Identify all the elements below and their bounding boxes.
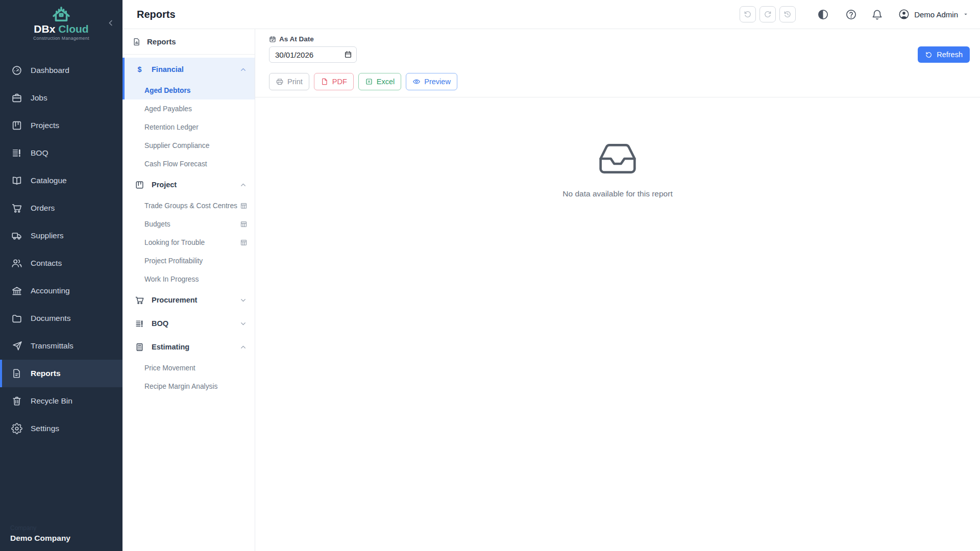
report-item-retention-ledger[interactable]: Retention Ledger xyxy=(122,118,255,136)
as-at-date-field-wrap xyxy=(269,46,357,63)
logo-area: DBx Cloud Construction Management xyxy=(0,0,122,47)
undo-button[interactable] xyxy=(740,6,756,22)
sidebar-item-contacts[interactable]: Contacts xyxy=(0,249,122,277)
report-item-looking-for-trouble[interactable]: Looking for Trouble xyxy=(122,233,255,252)
contrast-toggle-icon[interactable] xyxy=(817,9,829,20)
user-menu[interactable]: Demo Admin xyxy=(898,9,969,20)
pdf-button[interactable]: PDF xyxy=(314,73,354,90)
history-icon xyxy=(783,10,792,18)
chevron-up-icon xyxy=(239,66,247,73)
sidebar-item-dashboard[interactable]: Dashboard xyxy=(0,57,122,84)
topbar-actions: Demo Admin xyxy=(736,6,969,22)
recycle-bin-icon xyxy=(11,395,22,407)
sidebar-item-jobs[interactable]: Jobs xyxy=(0,84,122,112)
sidebar-item-settings[interactable]: Settings xyxy=(0,415,122,442)
section-header-project[interactable]: Project xyxy=(122,173,255,196)
report-sections: $FinancialAged DebtorsAged PayablesReten… xyxy=(122,55,255,395)
contacts-icon xyxy=(11,258,22,269)
sidebar-item-recycle-bin[interactable]: Recycle Bin xyxy=(0,387,122,415)
chevron-down-icon xyxy=(239,320,247,328)
reports-secondary-sidebar: Reports $FinancialAged DebtorsAged Payab… xyxy=(122,29,255,551)
sidebar-item-documents[interactable]: Documents xyxy=(0,305,122,332)
help-icon[interactable] xyxy=(845,9,857,20)
sidebar-item-transmittals[interactable]: Transmittals xyxy=(0,332,122,360)
export-button-row: PrintPDFExcelPreview xyxy=(255,73,980,90)
report-document-icon xyxy=(132,37,141,46)
history-button[interactable] xyxy=(779,6,796,22)
app-window: DBx Cloud Construction Management Dashbo… xyxy=(0,0,980,551)
procurement-icon xyxy=(135,295,144,305)
transmittals-icon xyxy=(11,340,22,352)
chevron-up-icon xyxy=(239,181,247,189)
sidebar-item-orders[interactable]: Orders xyxy=(0,194,122,222)
excel-button[interactable]: Excel xyxy=(358,73,401,90)
as-at-date-input[interactable] xyxy=(269,46,357,63)
sidebar-item-boq[interactable]: BOQ xyxy=(0,139,122,167)
report-item-budgets[interactable]: Budgets xyxy=(122,215,255,233)
report-item-work-in-progress[interactable]: Work In Progress xyxy=(122,270,255,288)
boq-icon xyxy=(135,319,144,329)
report-toolbar: As At Date Refresh xyxy=(255,29,980,63)
reports-nav-header[interactable]: Reports xyxy=(122,29,255,55)
sidebar-item-accounting[interactable]: Accounting xyxy=(0,277,122,305)
company-label: Company xyxy=(10,524,112,532)
report-item-project-profitability[interactable]: Project Profitability xyxy=(122,252,255,270)
svg-text:$: $ xyxy=(138,65,142,73)
report-content: As At Date Refresh xyxy=(255,29,980,551)
page-title: Reports xyxy=(137,9,176,20)
sidebar-item-reports[interactable]: Reports xyxy=(0,360,122,387)
orders-icon xyxy=(11,203,22,214)
brand-name: DBx Cloud xyxy=(33,23,89,34)
section-header-procurement[interactable]: Procurement xyxy=(122,288,255,312)
preview-button[interactable]: Preview xyxy=(406,73,457,90)
report-item-recipe-margin-analysis[interactable]: Recipe Margin Analysis xyxy=(122,377,255,395)
print-button[interactable]: Print xyxy=(269,73,309,90)
section-header-estimating[interactable]: Estimating xyxy=(122,335,255,359)
report-item-aged-payables[interactable]: Aged Payables xyxy=(122,99,255,118)
empty-state: No data available for this report xyxy=(255,138,980,198)
redo-icon xyxy=(764,10,772,18)
report-section-project: ProjectTrade Groups & Cost CentresBudget… xyxy=(122,173,255,288)
undo-icon xyxy=(744,10,752,18)
sidebar-item-projects[interactable]: Projects xyxy=(0,112,122,139)
table-icon[interactable] xyxy=(240,220,248,228)
company-name: Demo Company xyxy=(10,534,112,543)
section-header-boq[interactable]: BOQ xyxy=(122,312,255,335)
report-item-price-movement[interactable]: Price Movement xyxy=(122,359,255,377)
table-icon[interactable] xyxy=(240,239,248,246)
suppliers-icon xyxy=(11,230,22,241)
report-item-cash-flow-forecast[interactable]: Cash Flow Forecast xyxy=(122,155,255,173)
dashboard-icon xyxy=(11,65,22,76)
calendar-check-icon xyxy=(269,36,276,43)
jobs-icon xyxy=(11,92,22,104)
projects-icon xyxy=(11,120,22,131)
settings-icon xyxy=(11,423,22,434)
house-logo-icon xyxy=(33,6,89,23)
report-item-trade-groups-cost-centres[interactable]: Trade Groups & Cost Centres xyxy=(122,196,255,215)
brand-name-primary: DBx xyxy=(34,23,55,35)
brand-tagline: Construction Management xyxy=(33,36,89,41)
refresh-button[interactable]: Refresh xyxy=(918,46,970,63)
primary-sidebar: DBx Cloud Construction Management Dashbo… xyxy=(0,0,122,551)
empty-state-message: No data available for this report xyxy=(562,189,672,198)
sidebar-item-catalogue[interactable]: Catalogue xyxy=(0,167,122,194)
report-section-boq: BOQ xyxy=(122,312,255,335)
collapse-sidebar-button[interactable] xyxy=(106,18,115,28)
file-pdf-icon xyxy=(321,78,329,86)
user-name: Demo Admin xyxy=(914,10,958,19)
financial-icon: $ xyxy=(135,65,144,74)
report-item-supplier-compliance[interactable]: Supplier Compliance xyxy=(122,136,255,155)
redo-button[interactable] xyxy=(760,6,776,22)
empty-inbox-icon xyxy=(594,138,641,181)
topbar: Reports Demo Admin xyxy=(122,0,980,29)
reports-icon xyxy=(11,368,22,379)
table-icon[interactable] xyxy=(240,202,248,210)
notifications-bell-icon[interactable] xyxy=(871,9,883,20)
report-item-aged-debtors[interactable]: Aged Debtors xyxy=(122,81,255,99)
eye-icon xyxy=(412,78,421,86)
history-button-group xyxy=(736,6,796,22)
documents-icon xyxy=(11,313,22,324)
section-header-financial[interactable]: $Financial xyxy=(122,58,255,81)
caret-down-icon xyxy=(963,11,969,17)
sidebar-item-suppliers[interactable]: Suppliers xyxy=(0,222,122,249)
